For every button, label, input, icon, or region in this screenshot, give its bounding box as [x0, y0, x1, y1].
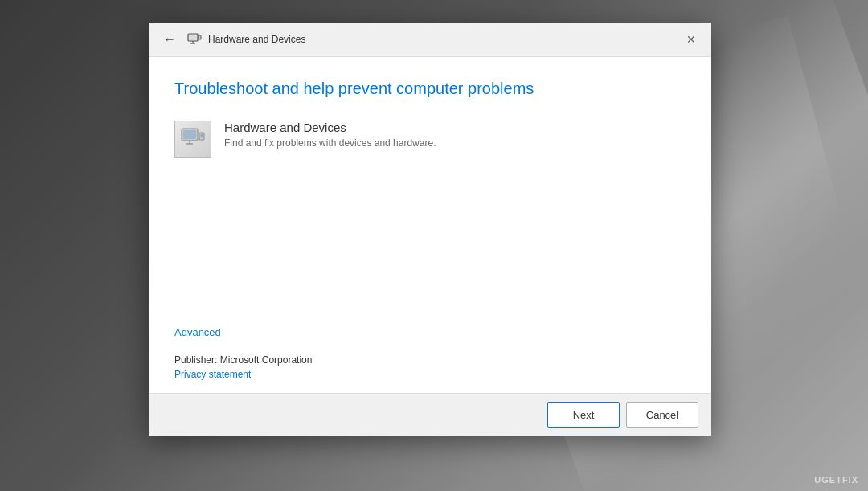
title-bar: ← Hardware and Devices ✕: [149, 23, 711, 57]
close-button[interactable]: ✕: [681, 29, 702, 50]
dialog-title: Hardware and Devices: [208, 34, 681, 45]
svg-rect-9: [201, 134, 203, 138]
content-spacer: [174, 177, 686, 313]
troubleshoot-dialog: ← Hardware and Devices ✕ Troubleshoot an…: [149, 23, 711, 436]
svg-rect-0: [188, 34, 198, 41]
item-title: Hardware and Devices: [224, 121, 436, 134]
svg-rect-3: [199, 35, 201, 39]
next-button[interactable]: Next: [547, 402, 620, 428]
cancel-button[interactable]: Cancel: [626, 402, 698, 428]
title-bar-icon: [187, 32, 202, 47]
dialog-content: Troubleshoot and help prevent computer p…: [149, 57, 711, 326]
item-description: Find and fix problems with devices and h…: [224, 137, 436, 149]
item-text-block: Hardware and Devices Find and fix proble…: [224, 121, 436, 149]
back-button[interactable]: ←: [158, 31, 181, 48]
svg-rect-5: [183, 130, 196, 139]
footer-links: Advanced Publisher: Microsoft Corporatio…: [149, 326, 711, 393]
item-icon: [174, 121, 211, 158]
button-bar: Next Cancel: [149, 393, 711, 436]
troubleshoot-item: Hardware and Devices Find and fix proble…: [174, 121, 686, 158]
publisher-info: Publisher: Microsoft Corporation: [174, 354, 686, 366]
advanced-link[interactable]: Advanced: [174, 326, 686, 338]
privacy-statement-link[interactable]: Privacy statement: [174, 369, 686, 380]
dialog-heading: Troubleshoot and help prevent computer p…: [174, 80, 686, 98]
watermark: UGETFIX: [814, 475, 858, 485]
